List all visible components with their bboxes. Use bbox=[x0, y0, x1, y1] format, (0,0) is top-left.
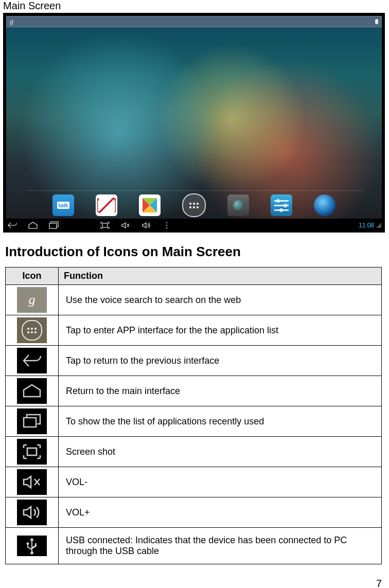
dock-divider bbox=[27, 190, 361, 191]
gmail-app-icon[interactable] bbox=[96, 194, 117, 216]
settings-app-icon[interactable] bbox=[271, 194, 292, 216]
vol-down-icon bbox=[17, 469, 47, 495]
section-heading: Introduction of Icons on Main Screen bbox=[5, 244, 384, 260]
google-g-icon: g bbox=[10, 17, 13, 26]
svg-rect-1 bbox=[102, 223, 108, 227]
table-row: Tap to return to the previous interface bbox=[6, 346, 382, 376]
row-fn: VOL- bbox=[59, 467, 382, 497]
header-function: Function bbox=[59, 268, 382, 285]
row-fn: Screen shot bbox=[59, 437, 382, 467]
camera-app-icon[interactable] bbox=[227, 194, 249, 216]
back-icon bbox=[17, 348, 47, 373]
browser-app-icon[interactable] bbox=[314, 194, 335, 216]
svg-rect-0 bbox=[49, 223, 57, 228]
svg-rect-6 bbox=[27, 448, 37, 455]
apps-drawer-icon[interactable] bbox=[182, 193, 206, 217]
recent-icon bbox=[17, 408, 47, 434]
svg-rect-5 bbox=[24, 418, 36, 427]
nav-home-icon[interactable] bbox=[27, 221, 39, 229]
nav-vol-down-icon[interactable] bbox=[120, 221, 131, 229]
svg-point-2 bbox=[166, 222, 167, 223]
play-store-app-icon[interactable] bbox=[139, 194, 161, 216]
talk-app-icon[interactable]: talk bbox=[52, 194, 74, 216]
nav-more-icon[interactable] bbox=[161, 221, 172, 229]
nav-screenshot-icon[interactable] bbox=[99, 221, 111, 229]
row-fn: Use the voice search to search on the we… bbox=[59, 285, 382, 315]
vol-up-icon bbox=[17, 500, 47, 525]
row-fn: Tap to enter APP interface for the the a… bbox=[59, 315, 382, 346]
nav-recent-icon[interactable] bbox=[48, 221, 59, 229]
row-fn: To show the the list of applications rec… bbox=[59, 406, 382, 437]
table-header-row: Icon Function bbox=[6, 268, 382, 285]
row-fn: Return to the main interface bbox=[59, 376, 382, 406]
usb-icon bbox=[17, 536, 47, 556]
mic-icon[interactable] bbox=[375, 19, 378, 24]
nav-vol-up-icon[interactable] bbox=[140, 221, 152, 229]
wallpaper: talk bbox=[6, 27, 382, 219]
apps-drawer-icon bbox=[17, 317, 47, 343]
table-row: VOL- bbox=[6, 467, 382, 497]
svg-point-4 bbox=[166, 227, 167, 228]
dock: talk bbox=[9, 192, 379, 219]
table-row: Tap to enter APP interface for the the a… bbox=[6, 315, 382, 346]
home-icon bbox=[17, 378, 47, 404]
nav-back-icon[interactable] bbox=[7, 221, 18, 229]
row-fn: Tap to return to the previous interface bbox=[59, 346, 382, 376]
nav-bar: 11:08 bbox=[4, 219, 384, 232]
table-row: Screen shot bbox=[6, 437, 382, 467]
svg-point-3 bbox=[166, 225, 167, 226]
status-clock: 11:08 bbox=[359, 222, 374, 229]
android-screenshot: g talk bbox=[3, 13, 385, 233]
table-row: g Use the voice search to search on the … bbox=[6, 285, 382, 315]
table-row: To show the the list of applications rec… bbox=[6, 406, 382, 437]
header-icon: Icon bbox=[6, 268, 59, 285]
row-fn: USB connected: Indicates that the device… bbox=[59, 528, 382, 564]
page-number: 7 bbox=[0, 564, 389, 588]
table-row: VOL+ bbox=[6, 497, 382, 528]
screenshot-icon bbox=[17, 439, 47, 465]
icon-function-table: Icon Function g Use the voice search to … bbox=[5, 267, 382, 564]
search-bar[interactable]: g bbox=[6, 16, 382, 27]
row-fn: VOL+ bbox=[59, 497, 382, 528]
signal-icon bbox=[376, 223, 381, 228]
page-label: Main Screen bbox=[0, 0, 389, 13]
table-row: Return to the main interface bbox=[6, 376, 382, 406]
voice-search-icon: g bbox=[17, 287, 47, 313]
table-row: USB connected: Indicates that the device… bbox=[6, 528, 382, 564]
